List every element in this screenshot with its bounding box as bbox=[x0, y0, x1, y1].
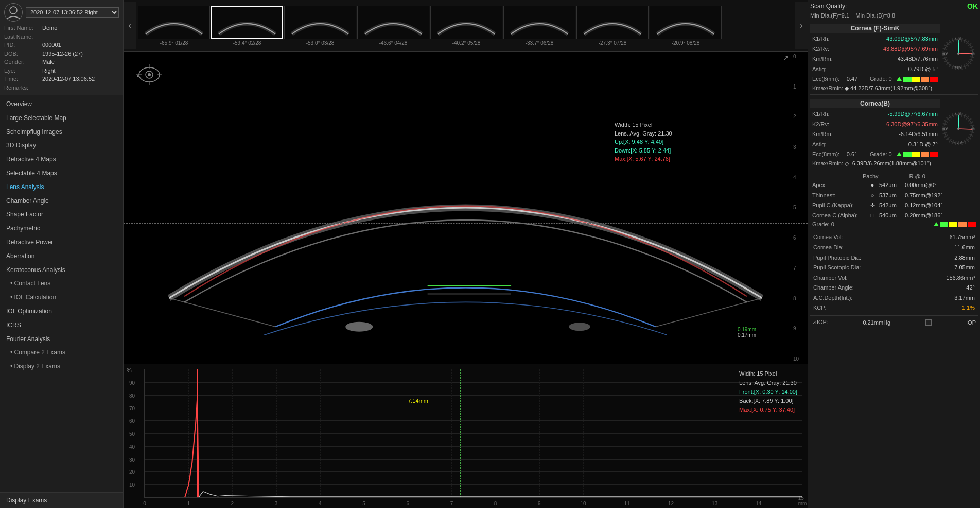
nav-item-fourier-analysis[interactable]: Fourier Analysis bbox=[0, 332, 123, 346]
thumbnail-5[interactable]: -33.7° 06/28 bbox=[503, 6, 575, 46]
ac-depth-row: A.C.Depth(Int.): 3.17mm bbox=[810, 293, 978, 303]
chart-tooltip-lens-avg: Lens. Avg. Gray: 21.30 bbox=[739, 379, 797, 388]
nav-item-lens-analysis[interactable]: Lens Analysis bbox=[0, 180, 123, 194]
dob-label: DOB: bbox=[4, 49, 40, 58]
nav-item-3d-display[interactable]: 3D Display bbox=[0, 139, 123, 153]
grade-f-label: Grade: 0 bbox=[870, 76, 892, 82]
cornea-dia-value: 11.6mm bbox=[954, 243, 975, 252]
exam-selector[interactable]: 2020-12-07 13:06:52 Right bbox=[26, 7, 119, 18]
thumbnail-label-1: -59.4° 02/28 bbox=[233, 40, 261, 46]
nav-item-icrs[interactable]: ICRS bbox=[0, 318, 123, 332]
thumbnail-2[interactable]: -53.0° 03/28 bbox=[284, 6, 356, 46]
thumbnail-0[interactable]: -65.9° 01/28 bbox=[138, 6, 210, 46]
patient-avatar-row: 2020-12-07 13:06:52 Right bbox=[4, 3, 119, 22]
cornea-c-icon: □ bbox=[869, 211, 876, 221]
cornea-dia-label: Cornea Dia: bbox=[813, 243, 844, 252]
nav-item-shape-factor[interactable]: Shape Factor bbox=[0, 208, 123, 222]
scan-quality-header: Scan Quality: OK bbox=[810, 2, 978, 10]
thumbnail-1[interactable]: -59.4° 02/28 bbox=[211, 6, 283, 46]
nav-item---compare-2-exams[interactable]: • Compare 2 Exams bbox=[0, 346, 123, 360]
bottom-chart: % 90 80 70 60 50 40 30 20 10 bbox=[124, 364, 808, 508]
ecc-b-row: Ecc(8mm): 0.61 Grade: 0 bbox=[810, 149, 940, 160]
thumbnail-image-3 bbox=[357, 6, 429, 39]
pid-value: 000001 bbox=[42, 41, 61, 49]
thumbnail-6[interactable]: -27.3° 07/28 bbox=[576, 6, 649, 46]
grade-p-bar bbox=[934, 222, 976, 227]
ac-depth-value: 3.17mm bbox=[954, 294, 975, 303]
k2-rv-f-row: K2/Rv: 43.88D@95°/7.69mm bbox=[810, 44, 940, 55]
k2-rv-b-label: K2/Rv: bbox=[812, 120, 829, 129]
display-exams-button[interactable]: Display Exams bbox=[0, 492, 123, 508]
thinnest-pachy: 537μm bbox=[879, 191, 905, 200]
tooltip-down: Down:[X: 5.85 Y: 2.44] bbox=[615, 146, 672, 155]
gender-label: Gender: bbox=[4, 58, 40, 66]
pachy-header: Pachy R @ 0 bbox=[810, 172, 978, 180]
cornea-f-title: Cornea (F)-SimK bbox=[810, 24, 940, 33]
nav-item-selectable-4-maps[interactable]: Selectable 4 Maps bbox=[0, 166, 123, 180]
apex-row: Apex: ● 542μm 0.00mm@0° bbox=[810, 180, 978, 191]
iop-checkbox[interactable] bbox=[925, 319, 932, 326]
apex-icon: ● bbox=[869, 181, 876, 190]
min-dia-f: Min Dia.(F)=9.1 bbox=[810, 12, 849, 19]
grade-b-label: Grade: 0 bbox=[870, 151, 892, 157]
pupil-scotopic-value: 7.05mm bbox=[954, 263, 975, 273]
r-at-0-label: R @ 0 bbox=[909, 173, 925, 179]
iop-row: ⊿IOP: 0.21mmHg IOP bbox=[810, 318, 978, 327]
pupil-scotopic-row: Pupil Scotopic Dia: 7.05mm bbox=[810, 263, 978, 273]
nav-item---display-2-exams[interactable]: • Display 2 Exams bbox=[0, 360, 123, 374]
chart-percent-label: % bbox=[127, 367, 132, 374]
nav-item-overview[interactable]: Overview bbox=[0, 97, 123, 111]
nav-item-scheimpflug-images[interactable]: Scheimpflug Images bbox=[0, 125, 123, 139]
thumb-next-button[interactable]: › bbox=[795, 2, 808, 49]
iop-label: ⊿IOP: bbox=[812, 319, 828, 326]
thumbnails-row: ‹ -65.9° 01/28-59.4° 02/28-53.0° 03/28-4… bbox=[124, 0, 808, 52]
thinnest-r: 0.75mm@192° bbox=[905, 191, 943, 200]
thumbnail-label-7: -20.9° 08/28 bbox=[672, 40, 700, 46]
thumbnail-label-6: -27.3° 07/28 bbox=[599, 40, 627, 46]
ecc-b-value: 0.61 bbox=[847, 150, 857, 159]
thumbnail-label-2: -53.0° 03/28 bbox=[306, 40, 335, 46]
ecc-b-label: Ecc(8mm): bbox=[812, 150, 839, 159]
iop-checkbox-label: IOP bbox=[966, 319, 976, 326]
nav-item-keratoconus-analysis[interactable]: Keratoconus Analysis bbox=[0, 263, 123, 277]
thumbnail-7[interactable]: -20.9° 08/28 bbox=[650, 6, 722, 46]
chart-area[interactable]: % 90 80 70 60 50 40 30 20 10 bbox=[124, 364, 808, 508]
last-name-label: Last Name: bbox=[4, 32, 40, 41]
expand-icon[interactable]: ↗ bbox=[783, 54, 789, 62]
nav-item-iol-optimization[interactable]: IOL Optimization bbox=[0, 304, 123, 318]
pupil-photopic-row: Pupil Photopic Dia: 2.88mm bbox=[810, 253, 978, 263]
svg-point-0 bbox=[10, 7, 17, 14]
nav-item---contact-lens[interactable]: • Contact Lens bbox=[0, 277, 123, 291]
nav-item-refractive-power[interactable]: Refractive Power bbox=[0, 235, 123, 249]
nav-item-refractive-4-maps[interactable]: Refractive 4 Maps bbox=[0, 153, 123, 166]
ac-depth-label: A.C.Depth(Int.): bbox=[813, 294, 852, 303]
nav-item-large-selectable-map[interactable]: Large Selectable Map bbox=[0, 111, 123, 125]
nav-item---iol-calculation[interactable]: • IOL Calculation bbox=[0, 291, 123, 304]
scheimpflug-view[interactable]: 0 1 2 3 4 5 6 7 8 9 10 Width: 15 Pixel L… bbox=[124, 52, 808, 364]
svg-line-29 bbox=[958, 129, 972, 129]
main-image-area: 0 1 2 3 4 5 6 7 8 9 10 Width: 15 Pixel L… bbox=[124, 52, 808, 508]
km-rm-f-value: 43.48D/7.76mm bbox=[898, 55, 938, 64]
nav-item-chamber-angle[interactable]: Chamber Angle bbox=[0, 194, 123, 208]
ecc-f-label: Ecc(8mm): bbox=[812, 75, 839, 84]
svg-point-30 bbox=[957, 128, 959, 130]
km-rm-f-row: Km/Rm: 43.48D/7.76mm bbox=[810, 54, 940, 64]
cornea-c-pachy: 540μm bbox=[879, 211, 905, 221]
apex-r: 0.00mm@0° bbox=[905, 181, 936, 190]
thumbnail-4[interactable]: -40.2° 05/28 bbox=[430, 6, 502, 46]
kmax-f-value: ◆ 44.22D/7.63mm(1.92mm@308°) bbox=[845, 85, 932, 91]
thinnest-label: Thinnest: bbox=[812, 191, 869, 200]
thumb-prev-button[interactable]: ‹ bbox=[124, 2, 136, 49]
nav-item-aberration[interactable]: Aberration bbox=[0, 249, 123, 263]
nav-item-pachymetric[interactable]: Pachymetric bbox=[0, 222, 123, 235]
k1-rh-f-label: K1/Rh: bbox=[812, 35, 830, 44]
svg-point-10 bbox=[569, 323, 590, 331]
pid-label: PID: bbox=[4, 41, 40, 49]
pupil-photopic-label: Pupil Photopic Dia: bbox=[813, 253, 861, 263]
cornea-vol-row: Cornea Vol: 61.75mm³ bbox=[810, 232, 978, 243]
kmax-b-label: Kmax/Rmin: bbox=[812, 160, 843, 166]
apex-pachy: 542μm bbox=[879, 181, 905, 190]
cornea-b-dial: 90° 0° 270° 180° bbox=[942, 112, 978, 147]
svg-point-9 bbox=[345, 322, 373, 332]
thumbnail-3[interactable]: -46.6° 04/28 bbox=[357, 6, 429, 46]
